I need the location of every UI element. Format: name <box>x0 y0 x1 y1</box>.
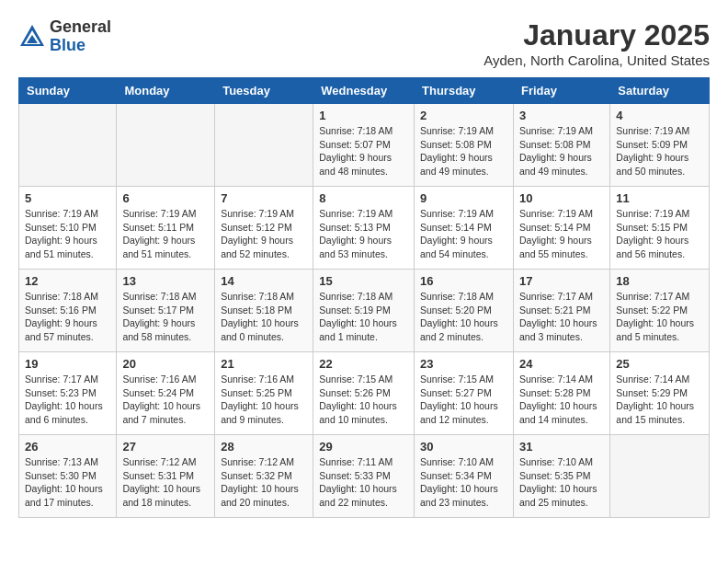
calendar-day-cell: 11Sunrise: 7:19 AM Sunset: 5:15 PM Dayli… <box>610 187 710 270</box>
day-info: Sunrise: 7:18 AM Sunset: 5:16 PM Dayligh… <box>25 290 110 344</box>
location-text: Ayden, North Carolina, United States <box>483 52 710 68</box>
day-number: 1 <box>319 109 408 122</box>
calendar-day-cell <box>215 104 313 187</box>
calendar-day-cell: 29Sunrise: 7:11 AM Sunset: 5:33 PM Dayli… <box>313 435 415 518</box>
logo-icon <box>18 23 46 51</box>
day-number: 15 <box>319 274 408 288</box>
weekday-header-tuesday: Tuesday <box>215 78 313 104</box>
day-number: 13 <box>122 274 209 288</box>
day-info: Sunrise: 7:11 AM Sunset: 5:33 PM Dayligh… <box>319 455 408 510</box>
day-info: Sunrise: 7:19 AM Sunset: 5:10 PM Dayligh… <box>25 207 110 261</box>
day-number: 23 <box>420 357 507 371</box>
day-number: 24 <box>519 357 604 371</box>
day-info: Sunrise: 7:18 AM Sunset: 5:07 PM Dayligh… <box>319 124 408 178</box>
day-number: 3 <box>519 109 604 122</box>
day-info: Sunrise: 7:14 AM Sunset: 5:28 PM Dayligh… <box>519 373 604 427</box>
logo-blue-text: Blue <box>50 37 111 55</box>
day-number: 30 <box>420 440 507 454</box>
calendar-day-cell: 14Sunrise: 7:18 AM Sunset: 5:18 PM Dayli… <box>215 270 313 352</box>
day-number: 17 <box>519 274 604 288</box>
day-info: Sunrise: 7:12 AM Sunset: 5:32 PM Dayligh… <box>221 455 307 510</box>
calendar-day-cell: 7Sunrise: 7:19 AM Sunset: 5:12 PM Daylig… <box>215 187 313 270</box>
calendar-day-cell: 13Sunrise: 7:18 AM Sunset: 5:17 PM Dayli… <box>117 270 215 352</box>
day-info: Sunrise: 7:18 AM Sunset: 5:18 PM Dayligh… <box>221 290 307 344</box>
calendar-day-cell: 19Sunrise: 7:17 AM Sunset: 5:23 PM Dayli… <box>19 352 117 435</box>
day-number: 19 <box>25 357 110 371</box>
day-info: Sunrise: 7:16 AM Sunset: 5:25 PM Dayligh… <box>221 373 307 427</box>
calendar-day-cell: 3Sunrise: 7:19 AM Sunset: 5:08 PM Daylig… <box>513 104 609 187</box>
day-info: Sunrise: 7:17 AM Sunset: 5:23 PM Dayligh… <box>25 373 110 427</box>
logo-general-text: General <box>50 18 111 37</box>
calendar-day-cell: 26Sunrise: 7:13 AM Sunset: 5:30 PM Dayli… <box>19 435 117 518</box>
day-number: 14 <box>221 274 307 288</box>
day-number: 29 <box>319 440 408 454</box>
day-info: Sunrise: 7:10 AM Sunset: 5:35 PM Dayligh… <box>519 455 604 510</box>
day-number: 12 <box>25 274 110 288</box>
day-info: Sunrise: 7:13 AM Sunset: 5:30 PM Dayligh… <box>25 455 110 510</box>
calendar-day-cell <box>19 104 117 187</box>
day-info: Sunrise: 7:14 AM Sunset: 5:29 PM Dayligh… <box>616 373 703 427</box>
calendar-day-cell: 21Sunrise: 7:16 AM Sunset: 5:25 PM Dayli… <box>215 352 313 435</box>
day-number: 11 <box>616 191 703 205</box>
day-info: Sunrise: 7:18 AM Sunset: 5:17 PM Dayligh… <box>122 290 209 344</box>
calendar-day-cell: 15Sunrise: 7:18 AM Sunset: 5:19 PM Dayli… <box>313 270 415 352</box>
calendar-week-row: 1Sunrise: 7:18 AM Sunset: 5:07 PM Daylig… <box>19 104 710 187</box>
day-info: Sunrise: 7:19 AM Sunset: 5:14 PM Dayligh… <box>519 207 604 261</box>
logo: General Blue <box>18 18 111 55</box>
calendar-day-cell: 16Sunrise: 7:18 AM Sunset: 5:20 PM Dayli… <box>415 270 514 352</box>
day-info: Sunrise: 7:19 AM Sunset: 5:15 PM Dayligh… <box>616 207 703 261</box>
calendar-day-cell: 12Sunrise: 7:18 AM Sunset: 5:16 PM Dayli… <box>19 270 117 352</box>
month-title: January 2025 <box>483 18 710 52</box>
day-number: 25 <box>616 357 703 371</box>
weekday-header-saturday: Saturday <box>610 78 710 104</box>
weekday-header-row: SundayMondayTuesdayWednesdayThursdayFrid… <box>19 78 710 104</box>
weekday-header-thursday: Thursday <box>415 78 514 104</box>
day-number: 20 <box>122 357 209 371</box>
calendar-week-row: 19Sunrise: 7:17 AM Sunset: 5:23 PM Dayli… <box>19 352 710 435</box>
calendar-week-row: 12Sunrise: 7:18 AM Sunset: 5:16 PM Dayli… <box>19 270 710 352</box>
page-header: General Blue January 2025 Ayden, North C… <box>18 18 710 68</box>
calendar-day-cell: 5Sunrise: 7:19 AM Sunset: 5:10 PM Daylig… <box>19 187 117 270</box>
calendar-day-cell: 10Sunrise: 7:19 AM Sunset: 5:14 PM Dayli… <box>513 187 609 270</box>
weekday-header-wednesday: Wednesday <box>313 78 415 104</box>
day-number: 22 <box>319 357 408 371</box>
calendar-day-cell: 27Sunrise: 7:12 AM Sunset: 5:31 PM Dayli… <box>117 435 215 518</box>
day-number: 4 <box>616 109 703 122</box>
day-number: 7 <box>221 191 307 205</box>
day-info: Sunrise: 7:18 AM Sunset: 5:19 PM Dayligh… <box>319 290 408 344</box>
weekday-header-sunday: Sunday <box>19 78 117 104</box>
calendar-day-cell: 8Sunrise: 7:19 AM Sunset: 5:13 PM Daylig… <box>313 187 415 270</box>
day-info: Sunrise: 7:19 AM Sunset: 5:08 PM Dayligh… <box>519 124 604 178</box>
day-number: 2 <box>420 109 507 122</box>
calendar-week-row: 5Sunrise: 7:19 AM Sunset: 5:10 PM Daylig… <box>19 187 710 270</box>
calendar-day-cell: 25Sunrise: 7:14 AM Sunset: 5:29 PM Dayli… <box>610 352 710 435</box>
day-number: 28 <box>221 440 307 454</box>
day-number: 10 <box>519 191 604 205</box>
calendar-day-cell: 6Sunrise: 7:19 AM Sunset: 5:11 PM Daylig… <box>117 187 215 270</box>
day-info: Sunrise: 7:17 AM Sunset: 5:22 PM Dayligh… <box>616 290 703 344</box>
calendar-week-row: 26Sunrise: 7:13 AM Sunset: 5:30 PM Dayli… <box>19 435 710 518</box>
calendar-day-cell: 9Sunrise: 7:19 AM Sunset: 5:14 PM Daylig… <box>415 187 514 270</box>
day-number: 6 <box>122 191 209 205</box>
calendar-day-cell: 18Sunrise: 7:17 AM Sunset: 5:22 PM Dayli… <box>610 270 710 352</box>
day-info: Sunrise: 7:16 AM Sunset: 5:24 PM Dayligh… <box>122 373 209 427</box>
day-number: 21 <box>221 357 307 371</box>
day-number: 16 <box>420 274 507 288</box>
calendar-day-cell: 31Sunrise: 7:10 AM Sunset: 5:35 PM Dayli… <box>513 435 609 518</box>
calendar-day-cell: 1Sunrise: 7:18 AM Sunset: 5:07 PM Daylig… <box>313 104 415 187</box>
day-number: 31 <box>519 440 604 454</box>
day-info: Sunrise: 7:19 AM Sunset: 5:08 PM Dayligh… <box>420 124 507 178</box>
day-info: Sunrise: 7:19 AM Sunset: 5:09 PM Dayligh… <box>616 124 703 178</box>
day-info: Sunrise: 7:15 AM Sunset: 5:26 PM Dayligh… <box>319 373 408 427</box>
day-info: Sunrise: 7:19 AM Sunset: 5:11 PM Dayligh… <box>122 207 209 261</box>
calendar-day-cell: 30Sunrise: 7:10 AM Sunset: 5:34 PM Dayli… <box>415 435 514 518</box>
weekday-header-friday: Friday <box>513 78 609 104</box>
day-number: 9 <box>420 191 507 205</box>
day-number: 8 <box>319 191 408 205</box>
calendar-day-cell <box>117 104 215 187</box>
day-info: Sunrise: 7:17 AM Sunset: 5:21 PM Dayligh… <box>519 290 604 344</box>
title-section: January 2025 Ayden, North Carolina, Unit… <box>483 18 710 68</box>
calendar-day-cell: 28Sunrise: 7:12 AM Sunset: 5:32 PM Dayli… <box>215 435 313 518</box>
day-number: 18 <box>616 274 703 288</box>
calendar-day-cell: 17Sunrise: 7:17 AM Sunset: 5:21 PM Dayli… <box>513 270 609 352</box>
